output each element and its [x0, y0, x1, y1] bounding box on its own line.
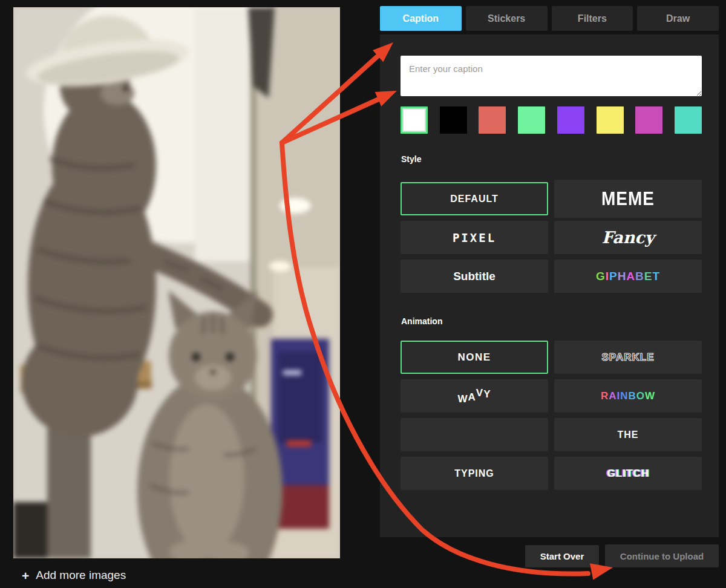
color-swatch[interactable] [518, 106, 545, 134]
letter: W [645, 390, 655, 402]
start-over-button[interactable]: Start Over [525, 545, 599, 567]
gif-preview-image [13, 7, 340, 558]
letter: V [476, 387, 483, 399]
editor-tabs: Caption Stickers Filters Draw [380, 6, 719, 31]
animation-option-fade[interactable] [401, 418, 548, 451]
letter: W [457, 393, 468, 405]
letter: G [607, 468, 615, 480]
caption-panel: Style DEFAULT MEME PIXEL Fancy Subtitle … [380, 34, 719, 537]
color-swatch[interactable] [479, 106, 506, 134]
color-swatch[interactable] [401, 106, 428, 134]
letter: O [636, 390, 645, 402]
style-option-meme[interactable]: MEME [554, 180, 702, 218]
color-swatch[interactable] [635, 106, 662, 134]
style-options-grid: DEFAULT MEME PIXEL Fancy Subtitle GIPHAB… [401, 182, 702, 293]
tab-draw[interactable]: Draw [637, 6, 719, 31]
animation-option-none[interactable]: NONE [401, 341, 548, 374]
color-swatch[interactable] [597, 106, 624, 134]
add-more-images-label: Add more images [36, 569, 126, 582]
letter: A [609, 390, 616, 402]
animation-option-typing[interactable]: TYPING [401, 457, 548, 490]
letter: C [633, 468, 641, 480]
caption-color-swatches [401, 106, 702, 134]
style-section-label: Style [401, 154, 421, 164]
letter: H [641, 468, 649, 480]
caption-input[interactable] [401, 56, 702, 96]
animation-option-rainbow[interactable]: RAINBOW [554, 379, 702, 413]
animation-option-glitch[interactable]: GLITCH [554, 457, 702, 490]
cat-scene [13, 7, 340, 558]
letter: N [620, 390, 628, 402]
tab-filters[interactable]: Filters [552, 6, 633, 31]
animation-option-sparkle[interactable]: SPARKLE [554, 341, 702, 374]
letter: R [601, 390, 609, 402]
letter: P [609, 270, 618, 283]
tab-caption[interactable]: Caption [380, 6, 462, 31]
letter: L [616, 468, 623, 480]
color-swatch[interactable] [440, 106, 467, 134]
style-option-pixel[interactable]: PIXEL [401, 221, 548, 254]
style-option-default[interactable]: DEFAULT [401, 182, 548, 215]
style-option-giphabet[interactable]: GIPHABET [554, 260, 702, 293]
letter: E [644, 270, 653, 283]
letter: T [626, 468, 633, 480]
style-option-subtitle[interactable]: Subtitle [401, 260, 548, 293]
color-swatch[interactable] [557, 106, 584, 134]
letter: B [629, 390, 636, 402]
animation-option-the[interactable]: THE [554, 418, 702, 451]
plus-icon: + [22, 569, 29, 582]
add-more-images-button[interactable]: + Add more images [22, 569, 126, 582]
letter: A [626, 270, 635, 283]
continue-to-upload-button[interactable]: Continue to Upload [605, 544, 719, 567]
letter: A [468, 391, 476, 403]
letter: Y [483, 388, 491, 400]
style-option-fancy[interactable]: Fancy [554, 221, 702, 254]
letter: T [653, 270, 661, 283]
giphy-gif-editor: + Add more images Caption Stickers Filte… [0, 0, 726, 588]
animation-option-wavy[interactable]: WAVY [401, 379, 548, 413]
tab-stickers[interactable]: Stickers [466, 6, 548, 31]
letter: B [635, 270, 644, 283]
letter: G [596, 270, 606, 283]
color-swatch[interactable] [675, 106, 702, 134]
animation-options-grid: NONE SPARKLE WAVY RAINBOW THE TYPING GLI… [401, 341, 702, 490]
animation-section-label: Animation [401, 316, 442, 326]
letter: H [618, 270, 627, 283]
